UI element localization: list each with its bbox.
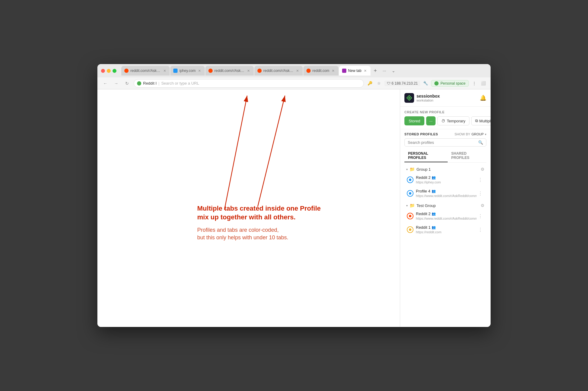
test-group-header-left: ▾ 📁 Test Group (406, 203, 436, 208)
group-1-header-left: ▾ 📁 Group 1 (406, 167, 431, 172)
back-button[interactable]: ← (101, 79, 109, 88)
minimize-button[interactable] (107, 69, 111, 73)
sidebar-panel: sessionbox workstation 🔔 CREATE NEW PROF… (400, 89, 491, 327)
address-separator: | (158, 81, 159, 86)
tab-title-6: New tab (348, 69, 361, 73)
brand-name: sessionbox (416, 94, 440, 99)
address-favicon (137, 81, 141, 86)
brand-text: sessionbox workstation (416, 94, 440, 102)
test-group-settings-icon[interactable]: ⚙ (481, 203, 485, 208)
profile-url-reddit2-g1: https://iphey.com (416, 180, 441, 184)
tab-3[interactable]: reddit.com/r/AskReddit/com... ✕ (205, 66, 254, 76)
profile-menu-icon-reddit1-tg[interactable]: ⋮ (477, 226, 484, 233)
profile-dot-inner-p4 (409, 192, 411, 195)
profile-info-reddit2-tg: Reddit 2 👥 https://www.reddit.com/r/AskR… (416, 212, 477, 221)
profile-info-reddit2-g1: Reddit 2 👥 https://iphey.com (416, 175, 477, 184)
shared-icon-r1tg: 👥 (432, 225, 436, 229)
profile-name-reddit1-tg: Reddit 1 (416, 225, 430, 230)
address-bar[interactable]: Reddit I | Search or type a URL (134, 79, 364, 88)
notification-bell-icon[interactable]: 🔔 (480, 95, 486, 101)
bookmark-icon[interactable]: ☆ (375, 80, 383, 87)
brand-subtitle: workstation (416, 99, 440, 102)
tab-4[interactable]: reddit.com/r/AskReddit/com... ✕ (254, 66, 303, 76)
tab-personal-profiles[interactable]: PERSONAL PROFILES (404, 150, 448, 162)
profile-name-reddit2-g1: Reddit 2 (416, 175, 430, 180)
multiple-button[interactable]: ⧉ Multiple (471, 116, 491, 125)
personal-space-label: Personal space (440, 81, 466, 86)
svg-line-3 (258, 95, 285, 206)
tab-5[interactable]: reddit.com ✕ (303, 66, 338, 76)
nav-more-button[interactable]: ⋮ (471, 80, 478, 87)
tab-title-4: reddit.com/r/AskReddit/com... (263, 69, 294, 73)
profile-dot-profile4 (407, 190, 413, 197)
search-profiles-input[interactable] (408, 140, 476, 145)
copy-icon: ⧉ (475, 118, 478, 123)
forward-button[interactable]: → (112, 79, 120, 88)
annotation-main-text: Multiple tabs created inside one Profile… (197, 204, 321, 221)
key-icon[interactable]: 🔑 (366, 80, 374, 87)
reload-button[interactable]: ↻ (123, 79, 131, 88)
group-1-chevron-icon: ▾ (406, 168, 408, 171)
tab-title-5: reddit.com (312, 69, 329, 73)
tab-6-newtab[interactable]: New tab ✕ (339, 66, 371, 76)
group-section-1: ▾ 📁 Group 1 ⚙ Reddit 2 (404, 166, 486, 200)
personal-space-button[interactable]: Personal space (431, 80, 469, 87)
show-by-section[interactable]: SHOW BY GROUP ▾ (455, 132, 486, 136)
profile-url-profile4: https://www.reddit.com/r/AskReddit/comme… (416, 194, 477, 198)
extension-icon[interactable]: 🔧 (422, 80, 429, 87)
tab-list-button[interactable]: ⌄ (389, 66, 398, 75)
sidebar-toggle-icon[interactable]: ⬜ (480, 80, 487, 87)
group-1-header[interactable]: ▾ 📁 Group 1 ⚙ (404, 166, 486, 173)
profile-item-reddit2-testgroup[interactable]: Reddit 2 👥 https://www.reddit.com/r/AskR… (404, 209, 486, 223)
profile-dot-inner (409, 179, 411, 181)
create-profile-label: CREATE NEW PROFILE (404, 110, 486, 114)
profile-dot-inner-r1tg (409, 228, 411, 231)
tab-close-1[interactable]: ✕ (162, 69, 167, 73)
tab-more-button[interactable]: ··· (380, 66, 389, 75)
tab-favicon-6 (342, 69, 346, 73)
test-group-header[interactable]: ▾ 📁 Test Group ⚙ (404, 202, 486, 209)
profile-name-row-r2tg: Reddit 2 👥 (416, 212, 477, 216)
profile-dot-reddit2-g1 (407, 176, 413, 183)
tab-2[interactable]: iphey.com ✕ (170, 66, 205, 76)
annotation-text: Multiple tabs created inside one Profile… (197, 204, 321, 242)
more-button[interactable]: ··· (426, 116, 436, 125)
tab-close-6[interactable]: ✕ (363, 69, 368, 73)
tab-favicon-1 (124, 69, 129, 73)
profile-item-reddit1-testgroup[interactable]: Reddit 1 👥 https://reddit.com ⋮ (404, 223, 486, 236)
tab-close-2[interactable]: ✕ (198, 69, 202, 73)
temporary-button[interactable]: ⏱ Temporary (437, 116, 469, 125)
profile-info-reddit1-tg: Reddit 1 👥 https://reddit.com (416, 225, 477, 234)
search-bar[interactable]: 🔍 (404, 138, 486, 147)
profile-menu-icon-reddit2-g1[interactable]: ⋮ (477, 176, 484, 183)
profile-name-profile4: Profile 4 (416, 189, 430, 193)
profile-url-reddit1-tg: https://reddit.com (416, 230, 441, 234)
profile-item-profile4[interactable]: Profile 4 👥 https://www.reddit.com/r/Ask… (404, 187, 486, 200)
tab-favicon-2 (173, 69, 178, 73)
address-placeholder: Search or type a URL (161, 81, 199, 86)
profile-item-reddit2-group1[interactable]: Reddit 2 👥 https://iphey.com ⋮ (404, 173, 486, 186)
stored-button[interactable]: Stored (404, 116, 424, 125)
stored-profiles-header: STORED PROFILES SHOW BY GROUP ▾ (404, 132, 486, 136)
tab-shared-profiles[interactable]: SHARED PROFILES (448, 150, 486, 162)
group-1-folder-icon: 📁 (410, 167, 415, 172)
tab-1[interactable]: reddit.com/r/AskReddit/com... ✕ (121, 66, 170, 76)
browser-window: reddit.com/r/AskReddit/com... ✕ iphey.co… (97, 64, 491, 327)
tab-close-4[interactable]: ✕ (296, 69, 300, 73)
address-site-name: Reddit I (143, 81, 157, 86)
new-tab-button[interactable]: + (371, 66, 380, 75)
close-button[interactable] (101, 69, 105, 73)
tab-close-5[interactable]: ✕ (331, 69, 335, 73)
show-by-label: SHOW BY (455, 132, 470, 136)
profile-menu-icon-reddit2-tg[interactable]: ⋮ (477, 213, 484, 220)
search-icon[interactable]: 🔍 (478, 140, 483, 145)
temporary-label: Temporary (447, 119, 465, 123)
annotation-sub-text: Profiles and tabs are color-coded,but th… (197, 226, 321, 241)
tab-close-3[interactable]: ✕ (247, 69, 251, 73)
maximize-button[interactable] (113, 69, 116, 73)
nav-actions: 🔑 ☆ 🛡 6 188.74.210.21 🔧 Personal space ⋮… (366, 80, 487, 87)
profile-menu-icon-profile4[interactable]: ⋮ (477, 190, 484, 197)
group-1-settings-icon[interactable]: ⚙ (481, 167, 485, 172)
personal-space-icon (434, 81, 439, 86)
profile-dot-inner-r2tg (409, 215, 411, 217)
